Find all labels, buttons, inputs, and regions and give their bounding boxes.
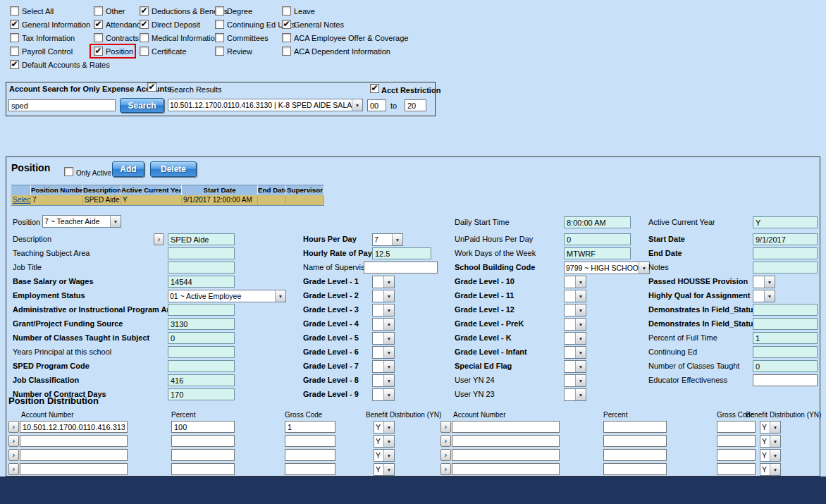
dist-account-input[interactable] <box>20 435 128 447</box>
dropdown-arrow-icon[interactable]: ▼ <box>770 464 780 475</box>
dropdown-arrow-icon[interactable]: ▼ <box>383 290 394 302</box>
field-combo-highly-qual-for-assignment[interactable]: ▼ <box>753 290 775 302</box>
field-combo-special-ed-flag[interactable]: ▼ <box>564 360 586 373</box>
field-name-of-supervisor[interactable] <box>364 262 438 273</box>
dist-gross-input[interactable] <box>285 463 335 475</box>
filter-checkbox-leave[interactable] <box>282 6 291 16</box>
field-combo-employment-status[interactable]: 01 ~ Active Employee▼ <box>168 290 286 302</box>
field-combo-grade-level-8[interactable]: ▼ <box>372 374 395 387</box>
filter-checkbox-select-all[interactable] <box>10 6 19 16</box>
dist-account-input[interactable] <box>20 421 128 433</box>
field-combo-hours-per-day[interactable]: 7▼ <box>372 233 403 246</box>
dist-gross-input[interactable] <box>285 435 335 447</box>
field-combo-passed-housse-provision[interactable]: ▼ <box>753 276 775 288</box>
field-combo-grade-level-9[interactable]: ▼ <box>372 388 395 401</box>
dropdown-arrow-icon[interactable]: ▼ <box>575 276 586 288</box>
dropdown-arrow-icon[interactable]: ▼ <box>392 234 402 245</box>
dist-benefit-combo[interactable]: Y▼ <box>760 463 781 476</box>
field-combo-grade-level-2[interactable]: ▼ <box>372 290 395 302</box>
dist-percent-input[interactable] <box>603 435 667 447</box>
dropdown-arrow-icon[interactable]: ▼ <box>383 436 394 447</box>
filter-checkbox-other[interactable] <box>94 6 103 16</box>
dropdown-arrow-icon[interactable]: ▼ <box>770 450 780 461</box>
dist-prompt-button[interactable]: › <box>440 435 451 447</box>
dist-benefit-combo[interactable]: Y▼ <box>374 421 395 434</box>
dropdown-arrow-icon[interactable]: ▼ <box>352 99 362 111</box>
dropdown-arrow-icon[interactable]: ▼ <box>383 319 394 330</box>
dist-prompt-button[interactable]: › <box>8 435 19 447</box>
dist-account-input[interactable] <box>20 449 128 461</box>
dist-benefit-combo[interactable]: Y▼ <box>760 449 781 462</box>
filter-checkbox-continuing-ed-units[interactable] <box>215 20 224 29</box>
dropdown-arrow-icon[interactable]: ▼ <box>383 333 394 344</box>
dist-account-input[interactable] <box>452 421 560 433</box>
filter-checkbox-medical-information[interactable] <box>140 33 149 42</box>
dist-benefit-combo[interactable]: Y▼ <box>374 449 395 462</box>
filter-checkbox-general-information[interactable]: ✔ <box>10 20 19 29</box>
dist-percent-input[interactable] <box>171 449 235 461</box>
field-educator-effectiveness[interactable] <box>753 374 818 386</box>
dropdown-arrow-icon[interactable]: ▼ <box>383 422 394 433</box>
dropdown-arrow-icon[interactable]: ▼ <box>764 276 775 288</box>
field-percent-of-full-time[interactable] <box>753 332 818 344</box>
dropdown-arrow-icon[interactable]: ▼ <box>383 305 394 316</box>
filter-checkbox-review[interactable] <box>215 47 224 56</box>
field-description[interactable] <box>168 233 235 245</box>
only-active-checkbox[interactable] <box>64 167 73 176</box>
dist-prompt-button[interactable]: › <box>8 463 19 475</box>
prompt-button[interactable]: › <box>154 233 164 245</box>
dist-account-input[interactable] <box>452 449 560 461</box>
filter-checkbox-attendance[interactable]: ✔ <box>94 20 103 29</box>
field-grant-project-funding-source[interactable] <box>168 318 235 330</box>
dist-account-input[interactable] <box>452 435 560 447</box>
dist-prompt-button[interactable]: › <box>8 421 19 433</box>
dropdown-arrow-icon[interactable]: ▼ <box>575 347 586 358</box>
dist-gross-input[interactable] <box>717 435 756 447</box>
filter-checkbox-certificate[interactable] <box>140 47 149 56</box>
field-base-salary-or-wages[interactable] <box>168 276 235 288</box>
dist-benefit-combo[interactable]: Y▼ <box>374 463 395 476</box>
acct-restriction-checkbox[interactable]: ✔ <box>370 84 379 93</box>
dist-gross-input[interactable] <box>717 449 756 461</box>
dropdown-arrow-icon[interactable]: ▼ <box>764 290 775 302</box>
field-combo-grade-level-6[interactable]: ▼ <box>372 346 395 359</box>
field-work-days-of-the-week[interactable] <box>564 247 631 259</box>
field-end-date[interactable] <box>753 247 818 259</box>
dist-account-input[interactable] <box>20 463 128 475</box>
filter-checkbox-committees[interactable] <box>215 33 224 42</box>
range-from-input[interactable] <box>367 99 386 111</box>
field-number-of-classes-taught[interactable] <box>753 360 818 372</box>
field-notes[interactable] <box>753 262 818 273</box>
dist-percent-input[interactable] <box>603 449 667 461</box>
dist-prompt-button[interactable]: › <box>8 449 19 461</box>
dropdown-arrow-icon[interactable]: ▼ <box>383 389 394 400</box>
dropdown-arrow-icon[interactable]: ▼ <box>383 276 394 288</box>
range-to-input[interactable] <box>405 99 426 111</box>
filter-checkbox-default-accounts-rates[interactable]: ✔ <box>10 60 19 69</box>
dropdown-arrow-icon[interactable]: ▼ <box>383 361 394 372</box>
dist-prompt-button[interactable]: › <box>440 463 451 475</box>
dropdown-arrow-icon[interactable]: ▼ <box>770 436 780 447</box>
dropdown-arrow-icon[interactable]: ▼ <box>639 262 649 273</box>
dist-gross-input[interactable] <box>717 463 756 475</box>
dropdown-arrow-icon[interactable]: ▼ <box>575 375 586 386</box>
field-administrative-or-instructional-program-area[interactable] <box>168 304 235 316</box>
field-demonstrates-in-field-status-1[interactable] <box>753 304 818 316</box>
filter-checkbox-position[interactable]: ✔ <box>94 47 103 56</box>
field-combo-grade-level-5[interactable]: ▼ <box>372 332 395 345</box>
dropdown-arrow-icon[interactable]: ▼ <box>575 361 586 372</box>
field-combo-grade-level-4[interactable]: ▼ <box>372 318 395 331</box>
dist-percent-input[interactable] <box>603 463 667 475</box>
dist-gross-input[interactable] <box>285 421 335 433</box>
filter-checkbox-aca-dependent-information[interactable] <box>282 47 291 56</box>
filter-checkbox-direct-deposit[interactable]: ✔ <box>140 20 149 29</box>
dist-gross-input[interactable] <box>285 449 335 461</box>
dist-benefit-combo[interactable]: Y▼ <box>374 435 395 448</box>
filter-checkbox-contracts[interactable] <box>94 33 103 42</box>
search-button[interactable]: Search <box>120 98 164 113</box>
field-demonstrates-in-field-status-2[interactable] <box>753 318 818 330</box>
field-teaching-subject-area[interactable] <box>168 247 235 259</box>
dropdown-arrow-icon[interactable]: ▼ <box>383 375 394 386</box>
filter-checkbox-tax-information[interactable] <box>10 33 19 42</box>
add-button[interactable]: Add <box>112 161 144 177</box>
